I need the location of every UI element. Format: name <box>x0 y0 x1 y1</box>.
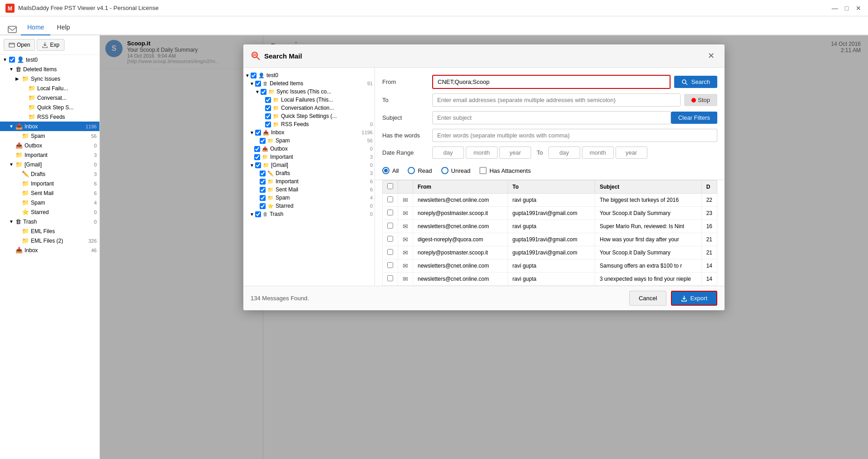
date-from-month[interactable] <box>466 146 498 159</box>
table-row[interactable]: ✉ noreply@postmaster.scoop.it gupta1991r… <box>383 207 717 220</box>
export-button[interactable]: Exp <box>37 39 64 51</box>
dtree-checkbox[interactable] <box>255 162 261 168</box>
sidebar-item-starred[interactable]: ⭐ Starred 0 <box>0 207 99 217</box>
dtree-checkbox[interactable] <box>261 89 266 95</box>
dtree-checkbox[interactable] <box>265 113 271 119</box>
date-to-year[interactable] <box>616 146 647 159</box>
sidebar-item-sync-issues[interactable]: ▶ 📁 Sync Issues <box>0 74 99 83</box>
dtree-outbox[interactable]: ▶ 📤 Outbox 0 <box>243 145 375 153</box>
table-row[interactable]: ✉ digest-noreply@quora.com gupta1991ravi… <box>383 233 717 246</box>
dtree-important[interactable]: ▶ 📁 Important 3 <box>243 153 375 161</box>
dtree-local-failures[interactable]: ▶ 📁 Local Failures (This... <box>243 96 375 104</box>
dtree-checkbox[interactable] <box>255 130 261 136</box>
sidebar-item-local-failures[interactable]: 📁 Local Failu... <box>0 83 99 93</box>
row-checkbox[interactable] <box>387 262 393 268</box>
sidebar-item-spam[interactable]: 📁 Spam 56 <box>0 131 99 141</box>
haswords-input[interactable] <box>432 129 717 142</box>
dtree-checkbox[interactable] <box>254 146 260 152</box>
export-button[interactable]: Export <box>671 291 717 306</box>
maximize-button[interactable]: □ <box>843 4 851 12</box>
close-button[interactable]: ✕ <box>854 4 863 12</box>
stop-button[interactable]: Stop <box>684 94 717 106</box>
open-button[interactable]: Open <box>4 39 35 51</box>
table-row[interactable]: ✉ noreply@postmaster.scoop.it gupta1991r… <box>383 246 717 259</box>
sidebar-item-drafts[interactable]: ✏️ Drafts 3 <box>0 169 99 179</box>
dtree-checkbox[interactable] <box>260 203 266 209</box>
dtree-rss-feeds[interactable]: ▶ 📁 RSS Feeds 0 <box>243 120 375 128</box>
sidebar-item-inbox[interactable]: ▼ 📥 Inbox 1196 <box>0 122 99 131</box>
sidebar-item-deleted-items[interactable]: ▼ 🗑 Deleted Items <box>0 64 99 74</box>
sidebar-item-quick-step[interactable]: 📁 Quick Step S... <box>0 103 99 112</box>
dtree-quick-step[interactable]: ▶ 📁 Quick Step Settings (... <box>243 112 375 120</box>
filter-read[interactable]: Read <box>408 167 432 174</box>
date-from-day[interactable] <box>432 146 464 159</box>
select-all-checkbox[interactable] <box>387 183 393 189</box>
date-to-day[interactable] <box>548 146 580 159</box>
dtree-spam2[interactable]: ▶ 📁 Spam 4 <box>243 194 375 202</box>
dtree-convo-actions[interactable]: ▶ 📁 Conversation Action... <box>243 104 375 112</box>
dtree-checkbox[interactable] <box>260 195 266 201</box>
dtree-checkbox[interactable] <box>265 97 271 103</box>
table-row[interactable]: ✉ newsletters@cnet.online.com ravi gupta… <box>383 220 717 233</box>
subject-input[interactable] <box>432 111 671 124</box>
dtree-checkbox[interactable] <box>255 81 261 87</box>
dtree-checkbox[interactable] <box>254 154 260 160</box>
sidebar-item-test0[interactable]: ▼ 👤 test0 <box>0 55 99 64</box>
dtree-gmail[interactable]: ▼ 📁 [Gmail] 0 <box>243 161 375 169</box>
row-checkbox[interactable] <box>387 210 393 215</box>
dialog-close-button[interactable]: ✕ <box>705 50 717 62</box>
minimize-button[interactable]: — <box>831 4 839 12</box>
dtree-inbox[interactable]: ▼ 📥 Inbox 1196 <box>243 128 375 137</box>
sidebar-item-important2[interactable]: 📁 Important 6 <box>0 179 99 188</box>
filter-unread[interactable]: Unread <box>441 167 471 174</box>
sidebar-item-eml-files2[interactable]: 📁 EML Files (2) 326 <box>0 236 99 245</box>
dtree-checkbox[interactable] <box>260 171 266 176</box>
dtree-starred[interactable]: ▶ ⭐ Starred 0 <box>243 202 375 210</box>
dtree-checkbox[interactable] <box>265 105 271 111</box>
table-row[interactable]: ✉ newsletters@cnet.online.com ravi gupta… <box>383 259 717 273</box>
sidebar-item-outbox[interactable]: 📤 Outbox 0 <box>0 141 99 150</box>
sidebar-item-rss-feeds[interactable]: 📁 RSS Feeds <box>0 112 99 122</box>
dtree-trash[interactable]: ▼ 🗑 Trash 0 <box>243 210 375 218</box>
clear-filters-button[interactable]: Clear Filters <box>671 112 717 124</box>
sidebar-item-spam2[interactable]: 📁 Spam 4 <box>0 198 99 207</box>
date-from-year[interactable] <box>499 146 531 159</box>
row-checkbox[interactable] <box>387 249 393 255</box>
filter-all[interactable]: All <box>382 167 399 174</box>
menu-help[interactable]: Help <box>50 20 76 35</box>
to-input[interactable] <box>432 93 681 107</box>
row-checkbox[interactable] <box>387 223 393 229</box>
sidebar-item-sent-mail[interactable]: 📁 Sent Mail 6 <box>0 188 99 198</box>
tree-checkbox[interactable] <box>9 57 15 63</box>
search-button[interactable]: Search <box>674 76 717 88</box>
dtree-important2[interactable]: ▶ 📁 Important 6 <box>243 177 375 186</box>
dtree-spam[interactable]: ▶ 📁 Spam 56 <box>243 137 375 145</box>
dtree-deleted-items[interactable]: ▼ 🗑 Deleted Items 91 <box>243 79 375 88</box>
sidebar-item-gmail[interactable]: ▼ 📁 [Gmail] 0 <box>0 160 99 169</box>
dtree-checkbox[interactable] <box>260 187 266 193</box>
dtree-checkbox[interactable] <box>260 138 266 144</box>
sidebar-item-conversation[interactable]: 📁 Conversat... <box>0 93 99 103</box>
table-row[interactable]: ✉ newsletters@cnet.online.com ravi gupta… <box>383 194 717 207</box>
filter-attachments[interactable]: Has Attacments <box>479 167 531 174</box>
dtree-sync-issues[interactable]: ▼ 📁 Sync Issues (This co... <box>243 88 375 96</box>
dtree-checkbox[interactable] <box>265 122 271 127</box>
row-checkbox[interactable] <box>387 275 393 281</box>
date-to-month[interactable] <box>582 146 614 159</box>
dtree-test0[interactable]: ▼ 👤 test0 <box>243 71 375 79</box>
cancel-button[interactable]: Cancel <box>629 291 666 306</box>
sidebar-item-important[interactable]: 📁 Important 3 <box>0 150 99 160</box>
dtree-drafts[interactable]: ▶ ✏️ Drafts 3 <box>243 169 375 177</box>
dtree-checkbox[interactable] <box>260 179 266 185</box>
dtree-checkbox[interactable] <box>251 73 256 78</box>
dtree-checkbox[interactable] <box>255 211 261 217</box>
menu-home[interactable]: Home <box>21 20 50 35</box>
from-input[interactable] <box>432 75 671 89</box>
dtree-sent-mail[interactable]: ▶ 📁 Sent Mail 6 <box>243 186 375 194</box>
row-checkbox[interactable] <box>387 196 393 202</box>
sidebar-item-trash[interactable]: ▼ 🗑 Trash 0 <box>0 217 99 226</box>
sidebar-item-inbox2[interactable]: 📥 Inbox 46 <box>0 245 99 255</box>
table-row[interactable]: ✉ newsletters@cnet.online.com ravi gupta… <box>383 273 717 286</box>
row-checkbox[interactable] <box>387 236 393 242</box>
sidebar-item-eml-files[interactable]: 📁 EML Files <box>0 226 99 236</box>
